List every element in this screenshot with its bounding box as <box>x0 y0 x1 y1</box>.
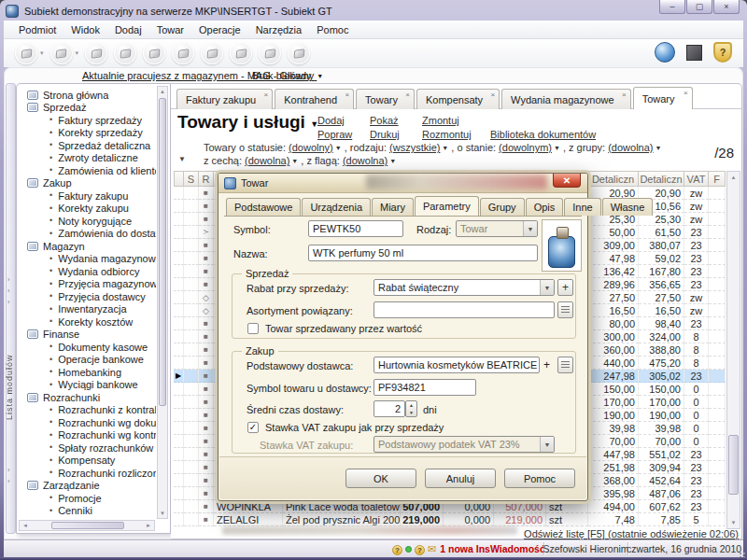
ok-button[interactable]: OK <box>345 469 416 488</box>
sidebar-item-rozrachunki-z-kontrahente[interactable]: •Rozrachunki z kontrahente <box>19 404 156 417</box>
resize-grip-icon[interactable] <box>740 553 741 554</box>
tab-close-icon[interactable]: × <box>622 91 627 99</box>
sidebar-item-korekty-zakupu[interactable]: •Korekty zakupu <box>19 203 156 216</box>
sidebar-item-zwroty-detaliczne[interactable]: •Zwroty detaliczne <box>19 152 156 165</box>
sidebar-section-magazyn[interactable]: Magazyn <box>19 240 156 253</box>
sidebar-section-zakup[interactable]: Zakup <box>19 177 156 190</box>
filter-value-towary-o-statusie[interactable]: (dowolny) <box>289 142 333 153</box>
czas-dostawy-input[interactable]: 2 <box>374 400 405 417</box>
sprzedaz-wartosc-checkbox[interactable] <box>247 323 259 334</box>
spin-up-icon[interactable]: ▲ <box>406 401 416 409</box>
flag-icon[interactable] <box>85 42 107 64</box>
tab-close-icon[interactable]: × <box>490 91 495 99</box>
dialog-tab-grupy[interactable]: Grupy <box>480 198 525 216</box>
multi-select-cursor-icon[interactable] <box>50 42 73 64</box>
scroll-right-icon[interactable]: ► <box>146 523 151 528</box>
menu-item-operacje[interactable]: Operacje <box>191 22 248 37</box>
sidebar-item-splaty-rozrachunkow[interactable]: •Spłaty rozrachunków <box>19 441 156 455</box>
sidebar-section-zarzadzanie[interactable]: Zarządzanie <box>19 480 156 493</box>
filter-collapse-icon[interactable]: ▼ <box>178 155 186 163</box>
help-badge-icon[interactable]: ? <box>415 545 425 555</box>
lock-status-link[interactable]: Brak blokady <box>252 70 312 81</box>
sidebar-item-zamowienia-do-dostawco[interactable]: •Zamówienia do dostawcó <box>19 228 156 241</box>
sidebar-item-faktury-zakupu[interactable]: •Faktury zakupu <box>19 189 156 203</box>
dialog-tab-parametry[interactable]: Parametry <box>415 196 479 216</box>
menu-item-widok[interactable]: Widok <box>63 22 107 37</box>
internet-icon[interactable] <box>655 42 675 63</box>
filter-value-o-stanie[interactable]: (dowolnym) <box>499 142 552 153</box>
asortyment-list-button[interactable] <box>557 301 573 318</box>
dialog-tab-opis[interactable]: Opis <box>526 198 564 216</box>
scroll-down-icon[interactable]: ▼ <box>727 520 740 525</box>
edit-document-icon[interactable] <box>143 42 165 64</box>
share-icon[interactable] <box>230 42 252 64</box>
tab-close-icon[interactable]: × <box>345 91 349 99</box>
sidebar-item-korekty-kosztow[interactable]: •Korekty kosztów <box>19 315 156 329</box>
sidebar-vertical-scrollbar[interactable]: ▲ ▼ <box>157 86 168 519</box>
czas-dostawy-stepper[interactable]: ▲▼ <box>405 400 417 417</box>
sidebar-item-rozrachunki-wg-dokumen[interactable]: •Rozrachunki wg dokumen <box>19 416 156 429</box>
add-rabat-button[interactable]: + <box>557 279 573 296</box>
assemble-link[interactable]: Zmontuj <box>422 115 459 126</box>
sidebar-item-dokumenty-kasowe[interactable]: •Dokumenty kasowe <box>19 341 156 354</box>
minimize-button[interactable]: – <box>659 0 685 14</box>
column-header-r[interactable]: R <box>199 171 214 187</box>
table-row[interactable]: ■WOPINKLAPink Lace woda toaletowa507,000… <box>174 500 726 513</box>
menu-item-narzedzia[interactable]: Narzędzia <box>248 22 310 37</box>
sidebar-section-rozrachunki[interactable]: Rozrachunki <box>19 391 156 404</box>
dialog-tab-urzadzenia[interactable]: Urządzenia <box>302 198 371 216</box>
tab-kontrahend-1[interactable]: Kontrahend× <box>275 89 354 109</box>
disassemble-link[interactable]: Rozmontuj <box>422 129 472 140</box>
tab-towary-2[interactable]: Towary× <box>356 89 415 109</box>
sidebar-item-operacje-bankowe[interactable]: •Operacje bankowe <box>19 354 156 367</box>
export-icon[interactable] <box>259 42 281 64</box>
maximize-button[interactable]: ▢ <box>686 0 712 14</box>
print-link[interactable]: Drukuj <box>370 129 400 140</box>
rodzaj-dropdown[interactable]: Towar▼ <box>456 220 538 237</box>
show-link[interactable]: Pokaż <box>370 115 399 126</box>
column-header-dn[interactable]: Detaliczn <box>588 171 639 187</box>
print-icon[interactable] <box>201 42 223 64</box>
filter-value-z-cecha[interactable]: (dowolna) <box>245 155 289 166</box>
help-button[interactable]: Pomoc <box>504 469 575 488</box>
filter-value-z-flaga[interactable]: (dowolna) <box>343 155 388 166</box>
menu-item-towar[interactable]: Towar <box>149 22 191 37</box>
dialog-tab-podstawowe[interactable]: Podstawowe <box>226 198 301 216</box>
sidebar-item-cenniki[interactable]: •Cenniki <box>19 505 156 518</box>
add-dostawca-button[interactable]: + <box>543 358 550 371</box>
document-library-link[interactable]: Biblioteka dokumentów <box>490 129 596 140</box>
column-header-vat[interactable]: VAT <box>684 171 709 187</box>
sidebar-section-sprzedaz[interactable]: Sprzedaż <box>19 102 156 115</box>
symbol-input[interactable]: PEWTK50 <box>308 220 403 237</box>
chevron-down-icon[interactable]: ▾ <box>76 49 79 57</box>
tab-towary-5[interactable]: Towary× <box>633 87 693 109</box>
cancel-button[interactable]: Anuluj <box>425 469 496 488</box>
rabat-dropdown[interactable]: Rabat świąteczny▼ <box>374 279 555 296</box>
archive-cube-icon[interactable] <box>686 45 702 61</box>
sidebar-item-rozrachunki-wg-kontraher[interactable]: •Rozrachunki wg kontraher <box>19 429 156 442</box>
scroll-up-icon[interactable]: ▲ <box>727 175 740 180</box>
sidebar-item-homebanking[interactable]: •Homebanking <box>19 366 156 379</box>
sidebar-item-zamowienia-od-klientow[interactable]: •Zamówienia od klientów <box>19 164 156 177</box>
symbol-dostawcy-input[interactable]: PF934821 <box>374 379 476 396</box>
dostawca-input[interactable]: Hurtownia kosmetyków BEATRICE <box>374 357 540 373</box>
spin-down-icon[interactable]: ▼ <box>406 409 416 416</box>
sidebar-item-przyjecia-magazynowe[interactable]: •Przyjęcia magazynowe <box>19 278 156 291</box>
column-header-s[interactable]: S <box>184 171 199 187</box>
close-button[interactable]: × <box>713 0 740 14</box>
refresh-list-link[interactable]: Odśwież listę [F5] (ostatnie odświeżenie… <box>524 528 739 539</box>
dostawca-list-button[interactable] <box>557 357 573 373</box>
menu-item-pomoc[interactable]: Pomoc <box>309 22 356 37</box>
sidebar-item-korekty-sprzedazy[interactable]: •Korekty sprzedaży <box>19 127 156 140</box>
add-link[interactable]: Dodaj <box>317 115 345 126</box>
help-badge-icon[interactable]: ? <box>392 545 402 555</box>
dialog-tab-inne[interactable]: Inne <box>564 198 600 216</box>
dialog-close-button[interactable]: ✕ <box>553 174 581 188</box>
dialog-tab-miary[interactable]: Miary <box>372 198 414 216</box>
asortyment-input[interactable] <box>374 301 555 318</box>
tab-faktury-zakupu-0[interactable]: Faktury zakupu× <box>176 89 273 109</box>
menu-item-podmiot[interactable]: Podmiot <box>11 22 63 37</box>
scroll-up-icon[interactable]: ▲ <box>158 89 167 94</box>
sidebar-item-sprzedaz-detaliczna[interactable]: •Sprzedaż detaliczna <box>19 139 156 152</box>
mail-icon[interactable]: ✉ <box>428 543 436 554</box>
